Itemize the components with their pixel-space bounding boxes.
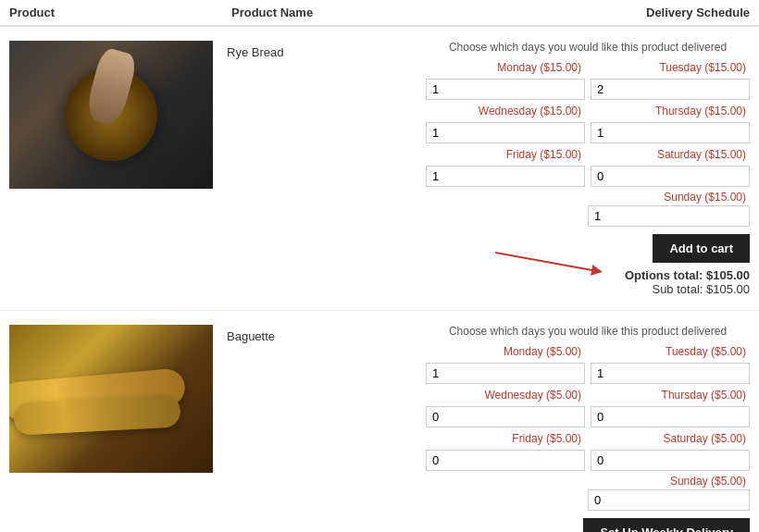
- sunday-section: Sunday ($15.00): [426, 189, 750, 227]
- arrow-icon: [495, 248, 606, 276]
- b-saturday-input[interactable]: [591, 450, 750, 471]
- b-monday-input[interactable]: [426, 363, 585, 384]
- baguette-image: [9, 325, 213, 473]
- b-thursday-label: Thursday ($5.00): [591, 387, 750, 403]
- b-wednesday-label: Wednesday ($5.00): [426, 387, 585, 403]
- baguette-name: Baguette: [213, 325, 417, 343]
- friday-label: Friday ($15.00): [426, 146, 585, 163]
- rye-bread-day-grid: Monday ($15.00) Tuesday ($15.00) Wednesd…: [426, 59, 750, 187]
- b-monday-label: Monday ($5.00): [426, 343, 585, 360]
- sunday-label: Sunday ($15.00): [588, 189, 750, 205]
- product-header: Product: [9, 6, 231, 19]
- rye-bread-row: Rye Bread Choose which days you would li…: [0, 27, 759, 311]
- saturday-label: Saturday ($15.00): [591, 146, 750, 163]
- wednesday-label: Wednesday ($15.00): [426, 103, 585, 119]
- b-sunday-section: Sunday ($5.00): [426, 473, 750, 511]
- baguette-day-grid: Monday ($5.00) Tuesday ($5.00) Wednesday…: [426, 343, 750, 471]
- rye-bread-delivery: Choose which days you would like this pr…: [417, 41, 750, 296]
- svg-line-1: [495, 253, 597, 271]
- thursday-input[interactable]: [591, 122, 750, 143]
- sub-total: Sub total: $105.00: [652, 282, 750, 296]
- b-tuesday-label: Tuesday ($5.00): [591, 343, 750, 360]
- b-tuesday-input[interactable]: [591, 363, 750, 384]
- sunday-input[interactable]: [588, 205, 750, 227]
- rye-bread-name: Rye Bread: [213, 41, 417, 59]
- tuesday-input[interactable]: [591, 79, 750, 100]
- baguette-delivery: Choose which days you would like this pr…: [417, 325, 750, 532]
- monday-input[interactable]: [426, 79, 585, 100]
- b-friday-label: Friday ($5.00): [426, 430, 585, 447]
- wednesday-input[interactable]: [426, 122, 585, 143]
- b-wednesday-input[interactable]: [426, 406, 585, 427]
- saturday-input[interactable]: [591, 166, 750, 187]
- b-saturday-label: Saturday ($5.00): [591, 430, 750, 447]
- friday-input[interactable]: [426, 166, 585, 187]
- totals-section: Options total: $105.00 Sub total: $105.0…: [426, 268, 750, 296]
- product-name-header: Product Name: [231, 6, 435, 19]
- b-friday-input[interactable]: [426, 450, 585, 471]
- baguette-delivery-intro: Choose which days you would like this pr…: [426, 325, 750, 338]
- rye-bread-image: [9, 41, 213, 189]
- monday-label: Monday ($15.00): [426, 59, 585, 76]
- baguette-row: Baguette Choose which days you would lik…: [0, 311, 759, 532]
- options-total: Options total: $105.00: [625, 268, 750, 282]
- add-to-cart-button[interactable]: Add to cart: [653, 234, 750, 263]
- b-thursday-input[interactable]: [591, 406, 750, 427]
- b-sunday-input[interactable]: [588, 489, 750, 511]
- thursday-label: Thursday ($15.00): [591, 103, 750, 119]
- setup-btn-row: Set Up Weekly Delivery: [426, 518, 750, 532]
- rye-bread-delivery-intro: Choose which days you would like this pr…: [426, 41, 750, 54]
- tuesday-label: Tuesday ($15.00): [591, 59, 750, 76]
- table-header: Product Product Name Delivery Schedule: [0, 0, 759, 27]
- setup-weekly-delivery-button[interactable]: Set Up Weekly Delivery: [583, 518, 750, 532]
- delivery-header: Delivery Schedule: [435, 6, 750, 19]
- b-sunday-label: Sunday ($5.00): [588, 473, 750, 489]
